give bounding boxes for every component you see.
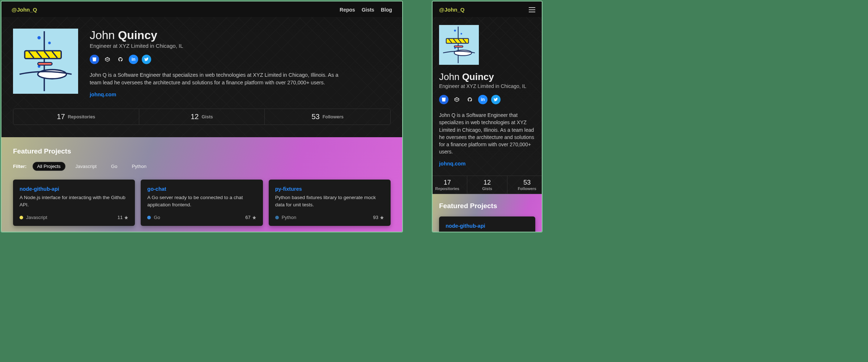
svg-line-13 xyxy=(105,59,107,60)
first-name: John xyxy=(90,29,115,42)
project-language: Python xyxy=(282,215,296,220)
profile-name: John Quincy xyxy=(90,29,391,42)
profile-info: John Quincy Engineer at XYZ Limited in C… xyxy=(90,29,391,98)
svg-rect-26 xyxy=(454,46,463,47)
social-links: in xyxy=(439,95,535,104)
hero-section: John Quincy Engineer at XYZ Limited in C… xyxy=(1,17,402,137)
stat-value: 17 xyxy=(444,179,451,186)
project-cards: node-github-api A Node.js interface for … xyxy=(439,216,535,232)
stat-value: 12 xyxy=(484,179,491,186)
svg-point-19 xyxy=(460,33,462,34)
filter-label: Filter: xyxy=(13,164,27,169)
profile-bio: John Q is a Software Engineer that speci… xyxy=(439,111,535,156)
avatar[interactable] xyxy=(13,29,78,94)
stat-repositories[interactable]: 17 Repositories xyxy=(13,109,139,125)
lang-dot-icon xyxy=(275,216,279,219)
project-title: go-chat xyxy=(147,186,256,192)
stat-followers[interactable]: 53 Followers xyxy=(507,176,542,194)
nav-link-gists[interactable]: Gists xyxy=(362,7,374,13)
twitter-icon[interactable] xyxy=(491,95,501,104)
filter-go[interactable]: Go xyxy=(107,162,122,171)
project-card[interactable]: go-chat A Go server ready to be connecte… xyxy=(141,180,263,226)
codepen-icon[interactable] xyxy=(103,55,112,64)
filter-all[interactable]: All Projects xyxy=(33,162,65,171)
bitbucket-icon[interactable] xyxy=(90,55,99,64)
svg-line-30 xyxy=(457,99,459,100)
stat-followers[interactable]: 53 Followers xyxy=(264,109,390,125)
star-icon xyxy=(380,215,384,220)
project-stars: 11 xyxy=(118,215,123,220)
nav-links: Repos Gists Blog xyxy=(340,7,392,13)
stat-value: 17 xyxy=(57,113,65,121)
first-name: John xyxy=(439,71,459,82)
github-icon[interactable] xyxy=(465,95,475,104)
last-name: Quincy xyxy=(462,71,494,82)
profile-handle[interactable]: @John_Q xyxy=(12,7,37,13)
project-description: A Node.js interface for interacting with… xyxy=(446,231,529,232)
profile-tagline: Engineer at XYZ Limited in Chicago, IL xyxy=(439,83,535,89)
star-icon xyxy=(252,215,256,220)
project-description: Python based fixtures library to generat… xyxy=(275,194,384,208)
svg-rect-21 xyxy=(446,38,469,43)
profile-handle[interactable]: @John_Q xyxy=(439,7,464,13)
lang-dot-icon xyxy=(20,216,23,219)
avatar[interactable] xyxy=(439,25,479,65)
project-card[interactable]: node-github-api A Node.js interface for … xyxy=(439,216,535,232)
stat-value: 53 xyxy=(523,179,531,186)
profile-website-link[interactable]: johnq.com xyxy=(439,161,465,167)
linkedin-icon[interactable]: in xyxy=(478,95,488,104)
filter-javascript[interactable]: Javascript xyxy=(71,162,101,171)
linkedin-icon[interactable]: in xyxy=(129,55,138,64)
project-language: Javascript xyxy=(26,215,47,220)
profile-bio: John Q is a Software Engineer that speci… xyxy=(90,71,350,87)
profile-tagline: Engineer at XYZ Limited in Chicago, IL xyxy=(90,43,391,49)
bitbucket-icon[interactable] xyxy=(439,95,448,104)
star-icon xyxy=(124,215,128,220)
stat-gists[interactable]: 12 Gists xyxy=(467,176,507,194)
codepen-icon[interactable] xyxy=(452,95,461,104)
stat-repositories[interactable]: 17 Repositories xyxy=(432,176,467,194)
filter-bar: Filter: All Projects Javascript Go Pytho… xyxy=(13,162,391,171)
svg-rect-10 xyxy=(38,63,52,65)
nav-link-repos[interactable]: Repos xyxy=(340,7,355,13)
stats-bar: 17 Repositories 12 Gists 53 Followers xyxy=(432,176,542,194)
svg-point-3 xyxy=(48,42,51,44)
svg-line-29 xyxy=(455,99,457,100)
featured-heading: Featured Projects xyxy=(439,202,535,210)
project-cards: node-github-api A Node.js interface for … xyxy=(13,180,391,226)
nav-link-blog[interactable]: Blog xyxy=(381,7,392,13)
profile-name: John Quincy xyxy=(439,71,535,83)
featured-section: Featured Projects Filter: All Projects J… xyxy=(1,137,402,232)
stat-label: Followers xyxy=(518,186,536,191)
filter-python[interactable]: Python xyxy=(127,162,150,171)
stat-gists[interactable]: 12 Gists xyxy=(139,109,265,125)
profile-website-link[interactable]: johnq.com xyxy=(90,92,116,97)
project-card[interactable]: py-fixtures Python based fixtures librar… xyxy=(269,180,391,226)
svg-rect-0 xyxy=(13,29,78,94)
svg-rect-16 xyxy=(439,25,479,65)
menu-icon[interactable] xyxy=(529,7,535,12)
last-name: Quincy xyxy=(118,29,157,42)
avatar-illustration xyxy=(13,29,78,94)
project-card[interactable]: node-github-api A Node.js interface for … xyxy=(13,180,135,226)
svg-point-2 xyxy=(38,36,41,39)
project-description: A Go server ready to be connected to a c… xyxy=(147,194,256,208)
project-stars: 67 xyxy=(245,215,250,220)
github-icon[interactable] xyxy=(116,55,125,64)
lang-dot-icon xyxy=(147,216,151,219)
profile-info: John Quincy Engineer at XYZ Limited in C… xyxy=(439,71,535,167)
avatar-illustration xyxy=(439,25,479,65)
svg-line-14 xyxy=(107,59,110,60)
twitter-icon[interactable] xyxy=(142,55,151,64)
stats-bar: 17 Repositories 12 Gists 53 Followers xyxy=(13,109,391,125)
stat-label: Repositories xyxy=(68,114,95,119)
project-language: Go xyxy=(154,215,160,220)
project-description: A Node.js interface for interacting with… xyxy=(20,194,128,208)
featured-heading: Featured Projects xyxy=(13,147,391,155)
desktop-viewport: @John_Q Repos Gists Blog xyxy=(1,1,403,232)
stat-label: Gists xyxy=(202,114,213,119)
social-links: in xyxy=(90,55,391,64)
stat-label: Gists xyxy=(482,186,492,191)
project-title: node-github-api xyxy=(446,223,529,229)
hero-section: John Quincy Engineer at XYZ Limited in C… xyxy=(433,17,542,194)
